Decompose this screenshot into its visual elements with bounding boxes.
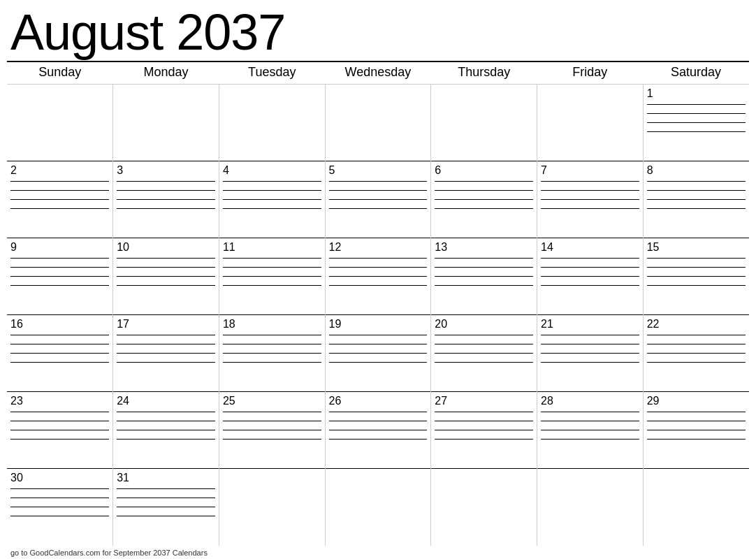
line (541, 190, 639, 191)
day-number-16: 16 (10, 318, 109, 331)
weekday-header-row: SundayMondayTuesdayWednesdayThursdayFrid… (7, 61, 749, 85)
line (435, 335, 533, 335)
empty-cell (219, 85, 325, 161)
weekday-header-tuesday: Tuesday (219, 61, 325, 85)
line (435, 276, 533, 277)
day-cell-12: 12 (325, 238, 431, 315)
empty-cell (537, 85, 644, 161)
line (329, 258, 428, 259)
line (541, 344, 639, 344)
line (223, 421, 321, 421)
line (435, 412, 533, 412)
line (541, 439, 639, 440)
day-cell-22: 22 (643, 315, 749, 392)
lines-container-20 (435, 335, 533, 363)
line (117, 335, 215, 335)
lines-container-23 (10, 412, 109, 440)
line (117, 208, 215, 209)
day-number-6: 6 (435, 164, 533, 177)
line (223, 353, 321, 354)
lines-container-31 (117, 488, 215, 516)
line (329, 276, 428, 277)
day-cell-5: 5 (325, 161, 431, 238)
line (647, 181, 746, 182)
day-number-31: 31 (117, 472, 215, 484)
line (223, 344, 321, 344)
lines-container-3 (117, 181, 215, 209)
lines-container-2 (10, 181, 109, 209)
line (435, 267, 533, 268)
line (329, 199, 428, 200)
line (10, 208, 109, 209)
empty-cell (325, 85, 431, 161)
line (10, 507, 109, 507)
line (329, 430, 428, 430)
line (117, 276, 215, 277)
line (541, 267, 639, 268)
weekday-header-thursday: Thursday (431, 61, 537, 85)
day-cell-17: 17 (113, 315, 219, 392)
lines-container-26 (329, 412, 428, 440)
line (10, 335, 109, 335)
line (435, 181, 533, 182)
day-number-22: 22 (647, 318, 746, 331)
empty-cell (113, 85, 219, 161)
line (647, 190, 746, 191)
line (10, 362, 109, 363)
line (117, 498, 215, 498)
day-number-24: 24 (117, 395, 215, 407)
line (541, 276, 639, 277)
line (647, 353, 746, 354)
line (10, 276, 109, 277)
lines-container-24 (117, 412, 215, 440)
lines-container-13 (435, 258, 533, 286)
line (329, 362, 428, 363)
day-cell-28: 28 (537, 392, 644, 469)
line (223, 439, 321, 440)
line (647, 258, 746, 259)
line (223, 285, 321, 286)
line (435, 258, 533, 259)
lines-container-18 (223, 335, 321, 363)
lines-container-30 (10, 488, 109, 516)
line (10, 430, 109, 430)
day-cell-11: 11 (219, 238, 325, 315)
weekday-header-sunday: Sunday (7, 61, 113, 85)
line (223, 276, 321, 277)
line (117, 488, 215, 489)
lines-container-9 (10, 258, 109, 286)
line (329, 181, 428, 182)
weekday-header-friday: Friday (537, 61, 644, 85)
day-cell-4: 4 (219, 161, 325, 238)
line (541, 412, 639, 412)
line (435, 208, 533, 209)
day-cell-13: 13 (431, 238, 537, 315)
line (435, 353, 533, 354)
day-cell-8: 8 (643, 161, 749, 238)
day-cell-19: 19 (325, 315, 431, 392)
line (329, 267, 428, 268)
day-cell-20: 20 (431, 315, 537, 392)
day-number-26: 26 (329, 395, 428, 407)
line (329, 439, 428, 440)
day-number-28: 28 (541, 395, 639, 407)
line (541, 199, 639, 200)
line (117, 516, 215, 516)
line (647, 412, 746, 412)
empty-cell (537, 469, 644, 546)
day-number-11: 11 (223, 241, 321, 254)
line (435, 362, 533, 363)
line (117, 507, 215, 507)
line (10, 267, 109, 268)
line (223, 430, 321, 430)
line (223, 335, 321, 335)
line (117, 190, 215, 191)
day-cell-6: 6 (431, 161, 537, 238)
day-number-18: 18 (223, 318, 321, 331)
day-cell-21: 21 (537, 315, 644, 392)
weekday-header-saturday: Saturday (643, 61, 749, 85)
lines-container-27 (435, 412, 533, 440)
lines-container-19 (329, 335, 428, 363)
line (10, 344, 109, 344)
day-number-4: 4 (223, 164, 321, 177)
